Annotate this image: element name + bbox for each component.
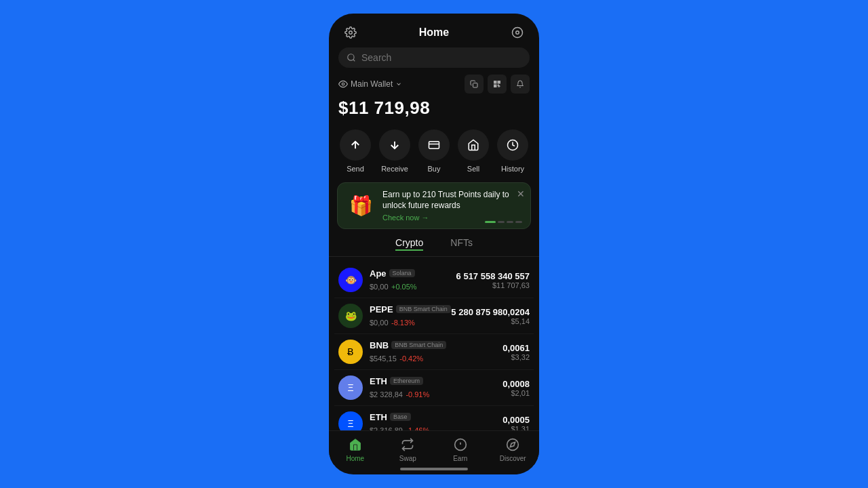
crypto-item-pepe[interactable]: 🐸 PEPE BNB Smart Chain $0,00 -8.13% 5 28… xyxy=(334,298,534,334)
crypto-logo-pepe: 🐸 xyxy=(338,304,363,328)
crypto-amount-val-bnb: 0,0061 xyxy=(502,343,530,353)
sell-label: Sell xyxy=(467,165,479,173)
phone-container: Home Main Wallet xyxy=(329,14,539,474)
sell-circle xyxy=(458,129,489,161)
crypto-chain-eth-base: Base xyxy=(390,413,411,421)
search-bar[interactable] xyxy=(338,47,530,68)
nav-swap[interactable]: Swap xyxy=(382,436,435,462)
svg-rect-11 xyxy=(494,85,496,87)
crypto-item-eth-base[interactable]: Ξ ETH Base $2 316,89 -1.46% 0,0005 $1,31 xyxy=(334,406,534,430)
home-nav-label: Home xyxy=(346,455,364,462)
crypto-name-bnb: BNB xyxy=(370,340,389,350)
wallet-label: Main Wallet xyxy=(351,79,393,89)
home-icon xyxy=(347,436,363,453)
crypto-chain-ape: Solana xyxy=(389,269,415,277)
crypto-amount-eth-base: 0,0005 $1,31 xyxy=(502,415,530,430)
action-receive[interactable]: Receive xyxy=(379,129,410,173)
crypto-price-row-bnb: $545,15 -0.42% xyxy=(370,352,502,364)
crypto-amount-usd-ape: $11 707,63 xyxy=(456,281,530,289)
svg-marker-21 xyxy=(511,442,515,447)
crypto-price-row-pepe: $0,00 -8.13% xyxy=(370,316,451,328)
svg-rect-9 xyxy=(494,81,496,83)
banner-close-icon[interactable]: ✕ xyxy=(517,188,525,199)
earn-icon xyxy=(452,436,469,453)
crypto-price-row-eth: $2 328,84 -0.91% xyxy=(370,388,502,400)
banner-dots xyxy=(485,221,522,223)
earn-nav-label: Earn xyxy=(453,455,467,462)
svg-rect-5 xyxy=(473,83,478,88)
dot-4 xyxy=(515,221,522,223)
svg-rect-14 xyxy=(429,142,439,149)
dot-3 xyxy=(507,221,513,223)
crypto-amount-val-eth: 0,0008 xyxy=(502,379,530,389)
action-buy[interactable]: Buy xyxy=(418,129,450,173)
crypto-price-row-ape: $0,00 +0.05% xyxy=(370,280,456,292)
crypto-info-eth: ETH Ethereum $2 328,84 -0.91% xyxy=(370,376,502,400)
home-indicator xyxy=(400,468,468,470)
action-sell[interactable]: Sell xyxy=(458,129,489,173)
crypto-name-eth-base: ETH xyxy=(370,412,387,422)
crypto-amount-pepe: 5 280 875 980,0204 $5,14 xyxy=(451,307,530,325)
crypto-logo-eth-base: Ξ xyxy=(338,411,363,430)
crypto-item-ape[interactable]: 🐵 Ape Solana $0,00 +0.05% 6 517 558 340 … xyxy=(334,262,534,298)
crypto-list: 🐵 Ape Solana $0,00 +0.05% 6 517 558 340 … xyxy=(329,262,539,430)
svg-point-2 xyxy=(516,31,519,35)
crypto-amount-usd-pepe: $5,14 xyxy=(451,317,530,325)
copy-icon-btn[interactable] xyxy=(465,75,484,94)
wallet-row: Main Wallet xyxy=(329,75,539,96)
qr-icon-btn[interactable] xyxy=(488,75,507,94)
svg-point-4 xyxy=(342,83,344,85)
buy-label: Buy xyxy=(428,165,441,173)
crypto-item-eth[interactable]: Ξ ETH Ethereum $2 328,84 -0.91% 0,0008 $… xyxy=(334,370,534,406)
buy-circle xyxy=(418,129,450,161)
crypto-info-bnb: BNB BNB Smart Chain $545,15 -0.42% xyxy=(370,340,502,364)
bell-icon-btn[interactable] xyxy=(511,75,530,94)
cast-icon[interactable] xyxy=(508,23,527,42)
nav-discover[interactable]: Discover xyxy=(487,436,540,462)
crypto-logo-eth: Ξ xyxy=(338,375,363,400)
svg-point-20 xyxy=(507,439,519,451)
history-circle xyxy=(497,129,528,161)
wallet-action-icons xyxy=(465,75,530,94)
history-label: History xyxy=(501,165,524,173)
svg-rect-10 xyxy=(498,81,500,83)
crypto-name-eth: ETH xyxy=(370,376,387,386)
nav-earn[interactable]: Earn xyxy=(434,436,487,462)
wallet-balance: $11 719,98 xyxy=(329,96,539,127)
promo-banner: 🎁 Earn up to 210 Trust Points daily to u… xyxy=(337,182,531,229)
page-title: Home xyxy=(419,26,449,39)
dot-1 xyxy=(485,221,496,223)
eye-icon xyxy=(338,79,348,89)
crypto-chain-eth: Ethereum xyxy=(390,377,423,385)
banner-icon: 🎁 xyxy=(346,191,376,221)
swap-icon xyxy=(399,436,416,453)
header: Home xyxy=(329,14,539,47)
actions-row: Send Receive Buy Sell xyxy=(329,127,539,182)
receive-label: Receive xyxy=(381,165,408,173)
crypto-amount-bnb: 0,0061 $3,32 xyxy=(502,343,530,361)
crypto-amount-usd-bnb: $3,32 xyxy=(502,353,530,361)
crypto-amount-val-ape: 6 517 558 340 557 xyxy=(456,271,530,281)
crypto-name-ape: Ape xyxy=(370,268,387,279)
crypto-item-bnb[interactable]: Ƀ BNB BNB Smart Chain $545,15 -0.42% 0,0… xyxy=(334,334,534,370)
tab-crypto[interactable]: Crypto xyxy=(395,237,423,251)
tab-nfts[interactable]: NFTs xyxy=(450,237,473,251)
action-send[interactable]: Send xyxy=(340,129,371,173)
chevron-down-icon xyxy=(395,81,402,87)
crypto-amount-eth: 0,0008 $2,01 xyxy=(502,379,530,397)
dot-2 xyxy=(498,221,505,223)
bottom-nav: Home Swap Earn Discover xyxy=(329,430,539,465)
svg-point-3 xyxy=(348,54,354,60)
search-icon xyxy=(347,53,356,62)
action-history[interactable]: History xyxy=(497,129,528,173)
crypto-chain-pepe: BNB Smart Chain xyxy=(396,305,451,313)
discover-icon xyxy=(505,436,521,453)
wallet-name[interactable]: Main Wallet xyxy=(338,79,402,89)
nav-home[interactable]: Home xyxy=(329,436,382,462)
crypto-logo-bnb: Ƀ xyxy=(338,340,363,364)
search-input[interactable] xyxy=(361,52,521,63)
settings-icon[interactable] xyxy=(341,23,360,42)
svg-point-1 xyxy=(512,28,522,38)
crypto-name-pepe: PEPE xyxy=(370,304,393,314)
crypto-price-row-eth-base: $2 316,89 -1.46% xyxy=(370,424,502,430)
